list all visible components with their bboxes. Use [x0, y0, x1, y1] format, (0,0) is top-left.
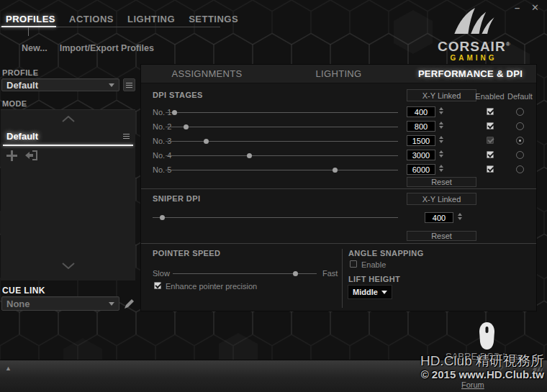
mode-active-underline	[3, 145, 133, 146]
sniper-dpi-value-input[interactable]	[425, 212, 453, 223]
spinner-down-icon[interactable]	[439, 126, 443, 129]
spinner-down-icon[interactable]	[458, 217, 462, 220]
dpi-enabled-checkbox[interactable]	[487, 165, 494, 173]
dpi-enabled-checkbox[interactable]	[487, 151, 494, 158]
spinner-up-icon[interactable]	[439, 165, 443, 168]
dpi-slider-track[interactable]	[166, 170, 398, 170]
dpi-enabled-checkbox[interactable]	[487, 108, 494, 115]
device-tabbar: ASSIGNMENTS LIGHTING PERFORMANCE & DPI	[141, 65, 536, 83]
brand-sub: GAMING	[438, 54, 510, 62]
profile-menu-button[interactable]	[123, 78, 135, 91]
mouse-device-icon[interactable]	[478, 322, 496, 350]
menu-item-settings[interactable]: SETTINGS	[189, 14, 238, 24]
dpi-slider-track[interactable]	[166, 112, 398, 113]
tab-lighting[interactable]: LIGHTING	[273, 65, 404, 83]
spinner-down-icon[interactable]	[439, 155, 443, 158]
main-menu: PROFILES ACTIONS LIGHTING SETTINGS	[6, 14, 238, 24]
menu-item-actions[interactable]: ACTIONS	[69, 14, 114, 24]
pointer-speed-slider-handle[interactable]	[293, 271, 298, 276]
dpi-slider-handle[interactable]	[333, 168, 338, 173]
profile-label: PROFILE	[2, 68, 38, 77]
mode-item-name: Default	[6, 131, 38, 142]
mode-item-menu-icon[interactable]	[123, 134, 130, 139]
sniper-dpi-stepper[interactable]	[458, 213, 462, 220]
import-mode-button[interactable]	[24, 149, 38, 162]
spinner-up-icon[interactable]	[439, 107, 443, 110]
sniper-dpi-slider-track[interactable]	[153, 217, 398, 218]
scroll-up-chevron-icon[interactable]	[61, 116, 76, 122]
profile-dropdown[interactable]: Default	[1, 78, 119, 91]
dpi-stepper[interactable]	[439, 165, 443, 172]
dpi-reset-button[interactable]: Reset	[407, 177, 476, 187]
menu-item-lighting[interactable]: LIGHTING	[127, 14, 175, 24]
chevron-down-icon	[381, 291, 387, 294]
sniper-xy-linked-button[interactable]: X-Y Linked	[407, 193, 476, 205]
active-menu-pointer	[28, 27, 29, 36]
cue-link-dropdown[interactable]: None	[1, 296, 119, 311]
minimize-button[interactable]: –	[511, 2, 523, 14]
menu-item-profiles[interactable]: PROFILES	[6, 14, 55, 24]
dpi-slider-handle[interactable]	[184, 124, 189, 129]
dpi-value-input[interactable]	[407, 135, 435, 146]
submenu-import-export-button[interactable]: Import/Export Profiles	[60, 43, 154, 53]
dpi-default-radio[interactable]	[516, 122, 524, 130]
dpi-default-radio[interactable]	[516, 151, 524, 159]
header: PROFILES ACTIONS LIGHTING SETTINGS New..…	[0, 0, 547, 65]
dpi-xy-linked-button[interactable]: X-Y Linked	[407, 89, 476, 101]
dpi-value-input[interactable]	[407, 121, 435, 132]
tab-assignments[interactable]: ASSIGNMENTS	[141, 65, 273, 83]
dpi-default-radio[interactable]	[516, 165, 524, 173]
hamburger-icon	[126, 83, 132, 88]
dpi-enabled-checkbox[interactable]	[487, 122, 494, 129]
dpi-value-input[interactable]	[407, 106, 435, 117]
lift-height-dropdown[interactable]: Middle	[348, 285, 392, 299]
fast-label: Fast	[322, 269, 338, 278]
tab-performance-dpi[interactable]: PERFORMANCE & DPI	[404, 65, 536, 83]
forum-link[interactable]: Forum	[461, 380, 484, 389]
corsair-logo: CORSAIR® GAMING	[438, 6, 510, 62]
edit-cue-link-pencil-icon[interactable]	[123, 298, 135, 310]
dpi-slider-track[interactable]	[166, 155, 398, 156]
dpi-stepper[interactable]	[439, 122, 443, 129]
spinner-up-icon[interactable]	[439, 136, 443, 139]
spinner-up-icon[interactable]	[439, 150, 443, 153]
dpi-slider-handle[interactable]	[247, 153, 252, 158]
spinner-up-icon[interactable]	[458, 213, 462, 216]
angle-snapping-enable-label: Enable	[361, 260, 386, 269]
dpi-stepper[interactable]	[439, 107, 443, 114]
mode-list-item[interactable]: Default	[1, 129, 135, 145]
sniper-reset-button[interactable]: Reset	[407, 231, 476, 241]
angle-snapping-title: ANGLE SNAPPING	[348, 249, 424, 257]
angle-snapping-enable-checkbox[interactable]	[350, 260, 357, 268]
spinner-up-icon[interactable]	[439, 122, 443, 124]
mode-label: MODE	[2, 99, 27, 108]
dpi-slider-track[interactable]	[166, 141, 398, 142]
dpi-default-radio[interactable]	[516, 137, 524, 145]
default-column-header: Default	[504, 92, 536, 101]
dpi-enabled-checkbox[interactable]	[487, 137, 494, 144]
dpi-value-input[interactable]	[407, 150, 435, 160]
sniper-dpi-title: SNIPER DPI	[153, 194, 200, 203]
dpi-slider-handle[interactable]	[172, 110, 177, 115]
dpi-stepper[interactable]	[439, 136, 443, 143]
scroll-down-chevron-icon[interactable]	[61, 263, 76, 269]
dpi-slider-track[interactable]	[166, 127, 398, 127]
spinner-down-icon[interactable]	[439, 140, 443, 143]
expand-device-bar-button[interactable]: ▲	[5, 365, 12, 372]
device-name-label[interactable]: SABRE RGB Laser	[432, 351, 540, 362]
dpi-default-radio[interactable]	[516, 108, 524, 116]
enabled-column-header: Enabled	[474, 92, 506, 101]
dpi-slider-handle[interactable]	[204, 139, 209, 144]
close-button[interactable]: ✕	[529, 2, 541, 14]
dpi-stepper[interactable]	[439, 150, 443, 158]
cue-link-label: CUE LINK	[2, 286, 45, 296]
add-mode-button[interactable]	[5, 149, 18, 162]
spinner-down-icon[interactable]	[439, 169, 443, 172]
corsair-sails-small-icon[interactable]	[531, 363, 544, 373]
spinner-down-icon[interactable]	[439, 111, 443, 114]
help-icon[interactable]: ?	[498, 363, 503, 374]
submenu-new-button[interactable]: New...	[22, 43, 48, 53]
enhance-pointer-precision-checkbox[interactable]	[154, 282, 161, 289]
dpi-value-input[interactable]	[407, 164, 435, 175]
sniper-dpi-slider-handle[interactable]	[160, 215, 165, 220]
